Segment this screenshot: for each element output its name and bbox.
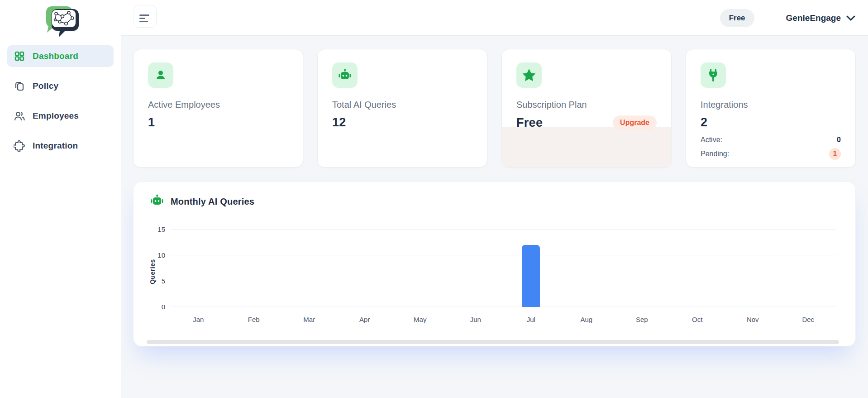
- stat-card-value: 12: [332, 115, 346, 129]
- card-footer-tint: [502, 127, 671, 167]
- account-menu[interactable]: GenieEngage: [786, 13, 855, 23]
- stat-card-value: Free: [516, 116, 543, 130]
- x-tick-label-jan: Jan: [171, 316, 226, 323]
- x-tick-label-aug: Aug: [559, 316, 615, 323]
- employees-users-icon: [14, 110, 25, 122]
- sidebar-nav: DashboardPolicyEmployeesIntegration: [0, 45, 121, 157]
- y-tick-label: 15: [157, 225, 165, 233]
- sidebar: DashboardPolicyEmployeesIntegration: [0, 0, 121, 398]
- sidebar-item-label: Policy: [33, 81, 58, 91]
- sidebar-item-policy[interactable]: Policy: [7, 75, 114, 97]
- sidebar-item-label: Dashboard: [33, 51, 78, 61]
- menu-icon: [139, 14, 149, 16]
- sidebar-toggle-button[interactable]: [134, 5, 157, 28]
- x-tick-label-oct: Oct: [670, 316, 725, 323]
- dashboard-grid-icon: [14, 50, 25, 62]
- sidebar-item-integration[interactable]: Integration: [7, 135, 114, 157]
- detail-label: Active:: [701, 136, 722, 144]
- upgrade-button[interactable]: Upgrade: [613, 115, 657, 130]
- x-tick-label-may: May: [392, 316, 448, 323]
- main-content: Active Employees1Total AI Queries12Subsc…: [121, 36, 868, 398]
- monthly-queries-chart-card: Monthly AI Queries Queries 051015 JanFeb…: [133, 182, 856, 346]
- account-name: GenieEngage: [786, 13, 841, 23]
- y-tick-label: 5: [162, 277, 165, 285]
- x-tick-label-sep: Sep: [614, 316, 670, 323]
- robot-icon: [150, 194, 164, 209]
- y-tick-label: 10: [157, 251, 165, 259]
- chart-plot-area: 051015: [171, 230, 836, 307]
- stat-card-value: 1: [148, 115, 155, 129]
- integration-puzzle-icon: [14, 140, 25, 152]
- stat-card-label: Total AI Queries: [332, 100, 472, 110]
- sidebar-item-label: Employees: [33, 111, 79, 121]
- sidebar-item-dashboard[interactable]: Dashboard: [7, 45, 114, 67]
- detail-row-active: Active:0: [701, 136, 841, 144]
- stat-card-label: Active Employees: [148, 100, 288, 110]
- stat-card-subscription-plan: Subscription PlanFreeUpgrade: [501, 49, 672, 168]
- bar-jul[interactable]: [522, 245, 540, 307]
- app-root: DashboardPolicyEmployeesIntegration Free…: [0, 0, 868, 398]
- genieengage-logo-icon: [36, 3, 85, 39]
- brand-logo: [0, 0, 121, 42]
- sidebar-item-employees[interactable]: Employees: [7, 105, 114, 127]
- chart-y-axis-label: Queries: [149, 259, 156, 284]
- stat-cards-row: Active Employees1Total AI Queries12Subsc…: [133, 49, 856, 168]
- y-tick-label: 0: [162, 303, 165, 311]
- chart-title-row: Monthly AI Queries: [150, 194, 254, 209]
- star-icon: [516, 62, 542, 88]
- detail-row-pending: Pending:1: [701, 148, 841, 160]
- x-tick-label-mar: Mar: [281, 316, 337, 323]
- stat-card-active-employees: Active Employees1: [133, 49, 303, 168]
- x-tick-label-feb: Feb: [226, 316, 282, 323]
- stat-card-integrations: Integrations2Active:0Pending:1: [686, 49, 856, 168]
- card-detail-rows: Active:0Pending:1: [701, 136, 841, 160]
- stat-card-total-ai-queries: Total AI Queries12: [317, 49, 487, 168]
- header-right: Free GenieEngage: [720, 0, 855, 36]
- chevron-down-icon: [846, 15, 855, 21]
- chart-x-axis-labels: JanFebMarAprMayJunJulAugSepOctNovDec: [171, 316, 836, 323]
- stat-card-label: Integrations: [701, 100, 841, 110]
- stat-card-label: Subscription Plan: [516, 100, 657, 110]
- policy-copy-icon: [14, 80, 25, 92]
- x-tick-label-nov: Nov: [725, 316, 781, 323]
- detail-label: Pending:: [701, 150, 729, 158]
- chart-horizontal-scrollbar[interactable]: [147, 340, 839, 344]
- x-tick-label-apr: Apr: [337, 316, 393, 323]
- chart-title: Monthly AI Queries: [171, 197, 254, 207]
- x-tick-label-dec: Dec: [781, 316, 836, 323]
- top-header: Free GenieEngage: [121, 0, 868, 36]
- pending-count-badge: 1: [829, 148, 841, 160]
- stat-card-value: 2: [701, 115, 707, 129]
- person-icon: [148, 62, 173, 88]
- plan-badge: Free: [720, 9, 754, 27]
- detail-value: 0: [837, 136, 841, 144]
- robot-icon: [332, 62, 358, 88]
- sidebar-item-label: Integration: [33, 141, 78, 151]
- x-tick-label-jul: Jul: [503, 316, 559, 323]
- bars-layer: [171, 230, 836, 307]
- plug-icon: [701, 62, 726, 88]
- x-tick-label-jun: Jun: [448, 316, 504, 323]
